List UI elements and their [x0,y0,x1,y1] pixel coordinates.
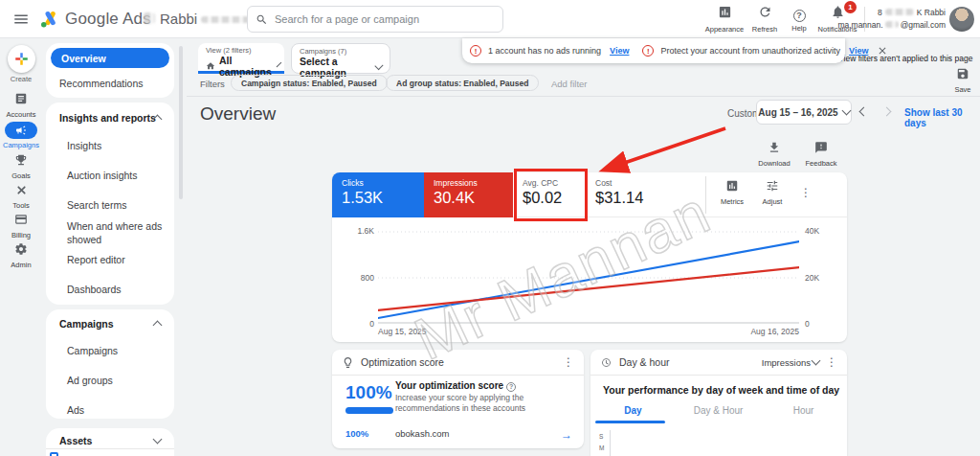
sidebar-item-insights[interactable]: Insights [67,140,101,151]
sidebar-item-campaigns[interactable]: Campaigns [67,345,118,356]
row-domain: obokash.com [395,428,450,439]
active-tab-underline [595,421,665,423]
refresh-button[interactable]: Refresh [746,5,784,34]
dh-card-title: Day & hour [619,356,755,368]
filter-chip-campaign-status[interactable]: Campaign status: Enabled, Paused [231,75,388,91]
filter-chip-adgroup-status[interactable]: Ad group status: Enabled, Paused [386,75,539,91]
main-menu-icon[interactable] [12,11,30,28]
sidebar-item-auction-insights[interactable]: Auction insights [67,170,138,181]
sidebar-item-when-where[interactable]: When and where ads showed [67,219,163,246]
tab-hour[interactable]: Hour [761,405,846,416]
alert-1-view-link[interactable]: View [610,46,629,56]
dh-metric-selector[interactable]: Impressions [762,357,819,368]
time-series-chart [378,231,799,324]
global-search [247,6,503,33]
filters-label: Filters [200,79,225,89]
metrics-icon [725,179,739,193]
dh-axis-line [610,430,611,456]
adjust-button[interactable]: Adjust [753,179,791,206]
google-ads-logo-icon[interactable] [39,9,60,30]
accounts-icon [14,92,28,105]
sidebar-item-search-terms[interactable]: Search terms [67,199,126,211]
select-all-checkbox[interactable] [50,452,58,456]
opt-section-title: Your optimization score? [395,380,516,392]
view-selector[interactable]: View (2 filters) All campaigns [198,43,284,74]
rail-item-campaigns[interactable]: Campaigns [0,122,42,149]
save-button[interactable]: Save [944,67,980,94]
opt-overflow-menu-icon[interactable]: ⋮ [563,355,574,369]
alert-2-text: Protect your account from unauthorized a… [660,46,840,56]
rail-item-admin[interactable]: Admin [0,242,42,269]
sidebar-item-ads[interactable]: Ads [67,404,84,416]
sidebar-item-report-editor[interactable]: Report editor [67,254,125,265]
rail-item-goals[interactable]: Goals [0,153,42,180]
dropdown-arrow-icon [812,356,821,366]
lightbulb-icon [342,356,354,369]
help-circle-icon[interactable]: ? [506,382,516,392]
home-icon [206,61,215,71]
next-period-icon[interactable] [882,107,892,117]
profile-email-line: ma.mannan.@gmail.com [837,19,946,32]
scorecard-clicks[interactable]: Clicks1.53K [332,172,424,217]
alert-banner: ! 1 account has no ads running View ! Pr… [462,38,845,63]
create-button[interactable] [8,45,35,73]
sidebar-item-recommendations[interactable]: Recommendations [59,78,144,89]
chart-overflow-menu-icon[interactable]: ⋮ [800,186,812,199]
tab-day-hour[interactable]: Day & Hour [676,405,761,416]
optimization-score-value: 100% [345,382,392,403]
create-label: Create [0,75,42,83]
assets-divider [46,448,174,449]
sidebar-item-ad-groups[interactable]: Ad groups [67,375,113,386]
appearance-button[interactable]: Appearance [702,5,747,34]
opt-card-header: Optimization score ⋮ [332,350,584,376]
tools-icon [15,184,28,196]
strip-divider [705,176,706,214]
rail-item-accounts[interactable]: Accounts [0,92,42,119]
left-tick-2: 800 [349,273,374,283]
left-tick-1: 1.6K [349,226,374,236]
date-range-selector[interactable]: Aug 15 – 16, 2025 [756,100,852,125]
add-filter-button[interactable]: Add filter [551,79,588,89]
rail-item-tools[interactable]: Tools [0,183,42,210]
sidebar-section-campaigns[interactable]: Campaigns [59,318,114,330]
series-line-clicks [378,241,799,318]
tab-day[interactable]: Day [590,405,676,416]
sidebar-panel-insights: Insights and reports Insights Auction in… [46,103,174,305]
avatar[interactable] [949,7,974,32]
scorecard-avg-cpc[interactable]: Avg. CPC$0.02 [513,172,586,217]
arrow-right-icon[interactable]: → [561,428,572,442]
weekday-letter-m: M [599,445,604,451]
opt-card-title: Optimization score [361,356,556,368]
sidebar-item-dashboards[interactable]: Dashboards [67,284,122,295]
scorecard-impressions[interactable]: Impressions30.4K [424,172,513,217]
error-circle-icon: ! [470,45,481,57]
alert-2-view-link[interactable]: View [849,46,868,56]
campaigns-icon [5,122,37,139]
dropdown-arrow-icon [841,106,851,116]
navigation-rail: Create Accounts Campaigns Goals Tools Bi… [0,38,42,456]
search-input[interactable] [275,13,495,25]
chevron-down-icon[interactable] [153,435,163,445]
banner-close-icon[interactable] [877,45,888,57]
optimization-score-card: Optimization score ⋮ 100% Your optimizat… [332,350,584,448]
account-profile-button[interactable]: 8K Rabbi ma.mannan.@gmail.com [837,7,946,32]
campaign-selector[interactable]: Campaigns (7) Select a campaign [291,43,390,74]
brand-title: Google Ads [65,10,151,29]
sidebar-scrollbar[interactable] [179,46,183,199]
rail-item-billing[interactable]: Billing [0,213,42,239]
feedback-button[interactable]: Feedback [800,141,842,168]
sidebar-section-assets[interactable]: Assets [59,435,92,446]
series-line-impressions [378,267,799,310]
scorecard-cost[interactable]: Cost$31.14 [586,172,691,217]
dropdown-arrow-icon [375,61,384,70]
show-last-30-days-link[interactable]: Show last 30 days [904,107,980,128]
metrics-button[interactable]: Metrics [711,179,753,206]
chevron-up-icon[interactable] [153,321,163,331]
sidebar-section-insights[interactable]: Insights and reports [59,112,156,124]
help-button[interactable]: ? Help [782,5,816,33]
sidebar-item-overview[interactable]: Overview [51,48,169,68]
error-circle-icon-2: ! [642,45,654,57]
prev-period-icon[interactable] [859,107,869,117]
dh-overflow-menu-icon[interactable]: ⋮ [826,355,837,369]
download-button[interactable]: Download [753,141,795,168]
